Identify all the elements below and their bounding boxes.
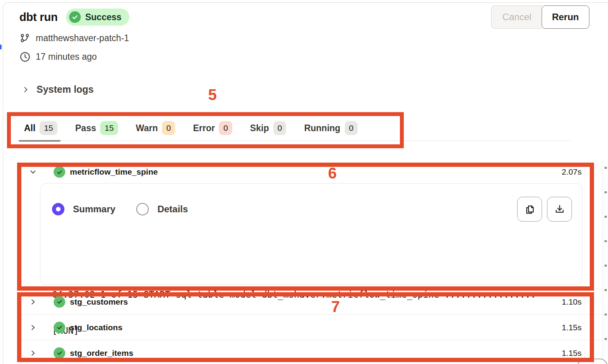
help-button[interactable] — [577, 359, 608, 364]
success-check-icon — [54, 322, 65, 333]
status-badge: Success — [66, 9, 129, 26]
tab-label: All — [24, 123, 35, 133]
git-branch-icon — [19, 33, 30, 43]
success-check-icon — [69, 11, 81, 23]
tab-label: Running — [304, 123, 340, 133]
step-duration: 1.15s — [562, 348, 582, 358]
tab-count-badge: 15 — [100, 121, 118, 135]
right-edge-divider — [603, 158, 603, 364]
clock-icon — [19, 51, 30, 62]
tab-running[interactable]: Running 0 — [304, 121, 358, 135]
tab-label: Skip — [250, 123, 269, 133]
success-check-icon — [54, 296, 65, 308]
step-row-metricflow-time-spine[interactable]: metricflow_time_spine 2.07s — [17, 158, 603, 183]
copy-icon — [525, 204, 535, 215]
step-name: stg_locations — [70, 323, 122, 332]
summary-radio[interactable] — [52, 203, 64, 215]
system-logs-toggle[interactable]: System logs — [22, 84, 94, 95]
tab-label: Pass — [75, 123, 96, 133]
chevron-right-icon[interactable] — [28, 349, 38, 357]
tab-count-badge: 0 — [273, 121, 287, 135]
step-name: stg_customers — [70, 297, 128, 307]
details-radio[interactable] — [136, 203, 149, 215]
right-edge-marks — [605, 167, 607, 364]
run-time-ago: 17 minutes ago — [36, 52, 97, 62]
annotation-number-5: 5 — [208, 86, 217, 104]
header: dbt run Success — [19, 9, 129, 26]
tab-warn[interactable]: Warn 0 — [136, 121, 175, 135]
cursor-artifact — [0, 45, 2, 49]
tab-pass[interactable]: Pass 15 — [75, 121, 118, 135]
log-line: 04:37:02 1 of 15 START sql table model d… — [52, 289, 571, 301]
chevron-right-icon[interactable] — [28, 298, 38, 306]
system-logs-label: System logs — [36, 84, 94, 95]
download-icon — [554, 204, 565, 215]
step-duration: 1.15s — [562, 323, 582, 332]
success-check-icon — [54, 166, 65, 178]
download-logs-button[interactable] — [547, 197, 572, 222]
step-log-card: Summary Details 04:37:02 1 of 15 START s… — [40, 183, 582, 285]
status-badge-label: Success — [85, 12, 121, 23]
copy-logs-button[interactable] — [517, 197, 542, 222]
step-duration: 1.10s — [562, 297, 582, 307]
tab-label: Warn — [136, 123, 158, 133]
chevron-right-icon[interactable] — [28, 323, 38, 332]
status-filter-tabs: All 15 Pass 15 Warn 0 Error 0 Skip 0 Run… — [24, 121, 571, 141]
summary-radio-label: Summary — [73, 204, 115, 215]
time-row: 17 minutes ago — [19, 51, 97, 62]
step-name: stg_order_items — [70, 348, 133, 358]
tab-count-badge: 0 — [162, 121, 175, 135]
tab-count-badge: 0 — [219, 121, 232, 135]
success-check-icon — [54, 347, 65, 359]
step-name: metricflow_time_spine — [70, 167, 158, 177]
step-duration: 2.07s — [562, 167, 582, 177]
run-actions: Cancel Rerun — [491, 5, 589, 29]
chevron-down-icon[interactable] — [28, 168, 38, 176]
tab-all[interactable]: All 15 — [24, 121, 57, 135]
dbt-run-page: dbt run Success matthewshaver-patch-1 17… — [0, 0, 608, 364]
cancel-button[interactable]: Cancel — [491, 5, 542, 29]
rerun-button[interactable]: Rerun — [542, 5, 589, 29]
run-steps-list: metricflow_time_spine 2.07s Summary Deta… — [17, 158, 603, 364]
branch-name: matthewshaver-patch-1 — [36, 33, 129, 43]
tab-label: Error — [193, 123, 215, 133]
tab-count-badge: 15 — [40, 121, 57, 135]
tab-skip[interactable]: Skip 0 — [250, 121, 286, 135]
tab-error[interactable]: Error 0 — [193, 121, 232, 135]
branch-row: matthewshaver-patch-1 — [19, 33, 129, 43]
log-view-options: Summary Details — [52, 197, 572, 222]
tab-count-badge: 0 — [345, 121, 358, 135]
step-row-stg-order-items[interactable]: stg_order_items 1.15s — [17, 340, 603, 364]
chevron-right-icon — [22, 86, 30, 94]
page-title: dbt run — [19, 11, 57, 24]
details-radio-label: Details — [157, 204, 188, 215]
